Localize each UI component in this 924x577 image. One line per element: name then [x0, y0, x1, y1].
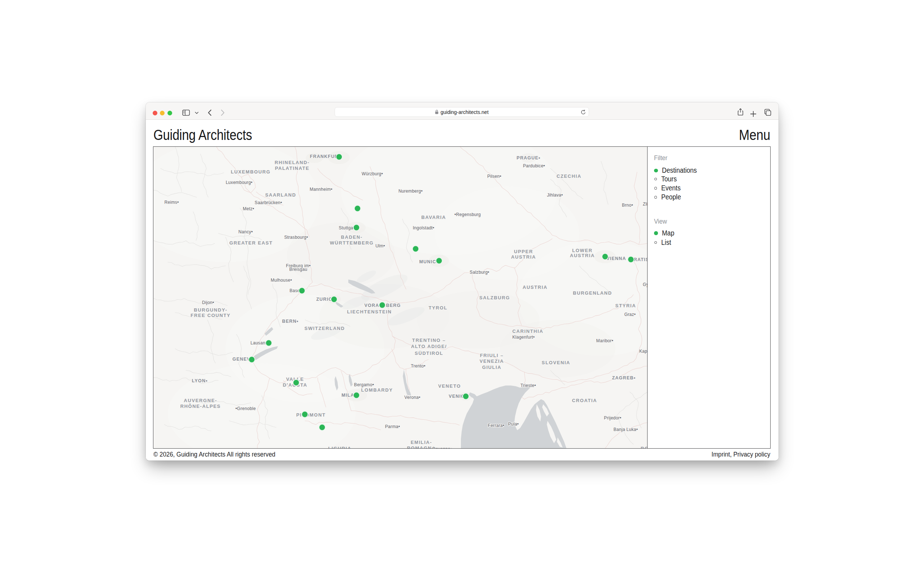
- svg-text:UPPER: UPPER: [514, 249, 533, 254]
- svg-text:LUXEMBOURG: LUXEMBOURG: [231, 169, 270, 174]
- svg-text:Brno•: Brno•: [622, 203, 633, 208]
- svg-text:Klagenfurt•: Klagenfurt•: [512, 335, 535, 340]
- svg-text:Bergamo•: Bergamo•: [354, 382, 373, 387]
- svg-text:ALTO ADIGE/: ALTO ADIGE/: [411, 344, 447, 349]
- svg-text:SWITZERLAND: SWITZERLAND: [304, 326, 345, 331]
- svg-text:Maribor•: Maribor•: [596, 338, 613, 343]
- svg-text:Parma•: Parma•: [385, 424, 399, 429]
- svg-text:ROMAGNA: ROMAGNA: [407, 445, 436, 449]
- svg-text:Ferrara•: Ferrara•: [488, 423, 504, 428]
- svg-text:AUSTRIA: AUSTRIA: [511, 254, 536, 259]
- svg-text:Mulhouse•: Mulhouse•: [271, 278, 292, 283]
- svg-text:PIEDMONT: PIEDMONT: [296, 412, 325, 417]
- svg-text:Luxembourg•: Luxembourg•: [226, 180, 252, 185]
- svg-text:Reims•: Reims•: [164, 200, 179, 205]
- svg-text:Trento•: Trento•: [411, 364, 426, 369]
- svg-text:LOMBARDY: LOMBARDY: [361, 387, 393, 393]
- svg-text:Kaposvár•: Kaposvár•: [639, 349, 648, 354]
- svg-text:Jihlava•: Jihlava•: [547, 193, 563, 198]
- svg-text:Nuremberg•: Nuremberg•: [398, 189, 422, 193]
- svg-text:AUSTRIA: AUSTRIA: [570, 253, 595, 258]
- svg-text:SALZBURG: SALZBURG: [479, 295, 510, 300]
- svg-text:SÜDTIROL: SÜDTIROL: [414, 351, 443, 356]
- svg-text:Prijedor•: Prijedor•: [604, 416, 621, 421]
- svg-text:CROATIA: CROATIA: [572, 398, 597, 403]
- svg-text:VIENNA: VIENNA: [606, 256, 626, 261]
- svg-text:BURGENLAND: BURGENLAND: [573, 290, 612, 296]
- svg-text:STYRIA: STYRIA: [615, 303, 636, 308]
- svg-text:GIULIA: GIULIA: [482, 364, 501, 370]
- svg-text:Verona•: Verona•: [404, 395, 420, 400]
- svg-text:Nancy•: Nancy•: [238, 229, 253, 234]
- svg-text:FREE COUNTY: FREE COUNTY: [191, 313, 231, 318]
- svg-text:LOWER: LOWER: [572, 248, 592, 253]
- svg-text:EMILIA-: EMILIA-: [410, 440, 432, 445]
- svg-text:Pardubice•: Pardubice•: [523, 163, 544, 168]
- svg-text:BAVARIA: BAVARIA: [421, 214, 446, 220]
- svg-text:CARINTHIA: CARINTHIA: [512, 329, 543, 334]
- svg-text:Breisgau: Breisgau: [289, 267, 307, 272]
- svg-text:ZAGREB•: ZAGREB•: [612, 376, 636, 380]
- svg-text:•Regensburg: •Regensburg: [454, 212, 481, 217]
- svg-text:BOSNIA: BOSNIA: [640, 446, 648, 449]
- svg-text:RHÔNE-ALPES: RHÔNE-ALPES: [180, 403, 221, 409]
- svg-text:GREATER EAST: GREATER EAST: [229, 240, 273, 246]
- svg-text:Salzburg•: Salzburg•: [470, 270, 489, 275]
- svg-text:Banja Luka•: Banja Luka•: [613, 427, 638, 432]
- svg-text:WÜRTTEMBERG: WÜRTTEMBERG: [330, 240, 373, 246]
- svg-text:VENEZIA: VENEZIA: [479, 358, 504, 364]
- svg-text:LIGURIA: LIGURIA: [328, 446, 352, 449]
- svg-text:•Grenoble: •Grenoble: [235, 406, 255, 411]
- svg-text:CZECHIA: CZECHIA: [557, 174, 582, 179]
- svg-text:VENETO: VENETO: [438, 384, 461, 389]
- svg-text:LYON•: LYON•: [192, 378, 208, 384]
- svg-text:Mannheim•: Mannheim•: [310, 187, 333, 192]
- svg-text:PALATINATE: PALATINATE: [275, 166, 309, 171]
- svg-text:Saarbrücken•: Saarbrücken•: [254, 200, 282, 205]
- svg-text:Pilsen•: Pilsen•: [487, 174, 501, 179]
- svg-text:Trieste•: Trieste•: [520, 383, 536, 388]
- svg-text:LIECHTENSTEIN: LIECHTENSTEIN: [347, 309, 392, 314]
- svg-text:Strasbourg•: Strasbourg•: [284, 235, 308, 240]
- svg-text:SLOVENIA: SLOVENIA: [541, 360, 570, 365]
- svg-text:Dijon•: Dijon•: [202, 300, 214, 305]
- svg-text:Pula•: Pula•: [508, 422, 519, 427]
- svg-text:Würzburg•: Würzburg•: [362, 171, 383, 176]
- svg-text:Graz•: Graz•: [624, 312, 636, 317]
- svg-text:BURGUNDY-: BURGUNDY-: [194, 307, 227, 313]
- svg-text:PRAGUE•: PRAGUE•: [517, 155, 540, 161]
- svg-text:BERN•: BERN•: [282, 319, 299, 324]
- svg-text:FRIULI –: FRIULI –: [480, 353, 504, 358]
- svg-text:Ravenna•: Ravenna•: [432, 446, 452, 449]
- svg-text:TRENTINO –: TRENTINO –: [412, 338, 446, 343]
- svg-text:Ulm•: Ulm•: [375, 243, 385, 248]
- svg-text:Ingolstadt•: Ingolstadt•: [412, 226, 434, 230]
- svg-text:AUVERGNE-: AUVERGNE-: [184, 398, 217, 403]
- svg-text:TYROL: TYROL: [428, 305, 447, 311]
- svg-text:SAARLAND: SAARLAND: [265, 192, 296, 198]
- svg-text:Metz•: Metz•: [242, 206, 254, 211]
- svg-text:BADEN-: BADEN-: [341, 234, 362, 240]
- svg-text:AUSTRIA: AUSTRIA: [523, 285, 548, 290]
- svg-text:RHINELAND-: RHINELAND-: [275, 160, 310, 165]
